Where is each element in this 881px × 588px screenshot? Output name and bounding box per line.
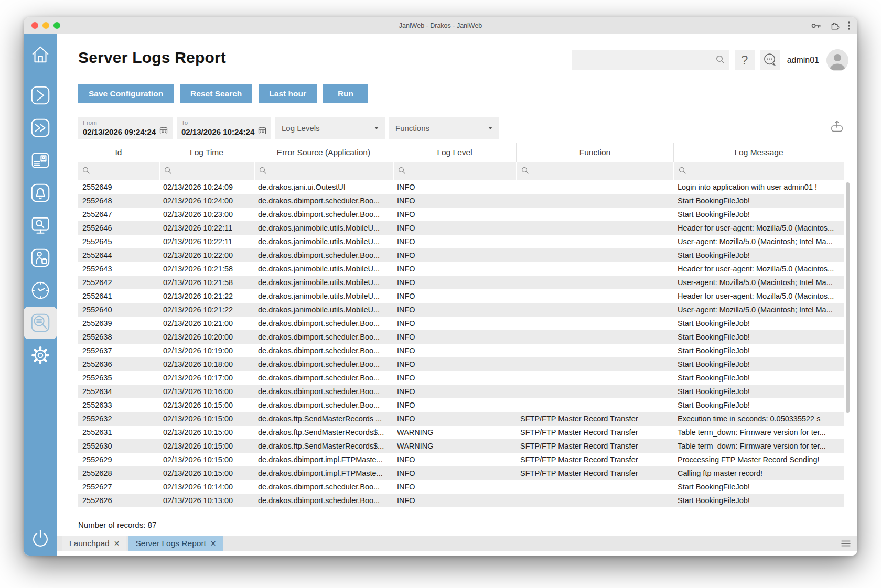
log-cell: 02/13/2026 10:16:00 (159, 385, 254, 398)
sidebar-item-home[interactable] (24, 38, 57, 71)
column-header-5[interactable]: Log Message (673, 143, 844, 162)
sidebar-item-settings[interactable] (24, 339, 57, 372)
tab-server-logs-report[interactable]: Server Logs Report ✕ (128, 536, 223, 551)
last-hour-button[interactable]: Last hour (259, 84, 317, 103)
column-header-0[interactable]: Id (78, 143, 159, 162)
column-filter-input-3[interactable] (393, 162, 516, 180)
log-row[interactable]: 255263802/13/2026 10:20:00de.drakos.dbim… (78, 330, 844, 344)
sidebar-item-notifications[interactable] (24, 177, 57, 209)
log-row[interactable]: 255264802/13/2026 10:24:00de.drakos.dbim… (78, 194, 844, 208)
log-cell: 02/13/2026 10:18:00 (159, 357, 254, 371)
log-cell: de.drakos.ftp.SendMasterRecords$... (254, 439, 393, 453)
sidebar-item-launch[interactable] (24, 79, 57, 112)
run-button[interactable]: Run (323, 84, 368, 103)
log-row[interactable]: 255262702/13/2026 10:14:00de.drakos.dbim… (78, 480, 844, 494)
sidebar-item-contacts[interactable] (24, 144, 57, 177)
sidebar-item-hr[interactable] (24, 242, 57, 274)
log-row[interactable]: 255264902/13/2026 10:24:09de.drakos.jani… (78, 180, 844, 194)
browser-menu-icon[interactable] (848, 21, 850, 30)
tab-close-icon[interactable]: ✕ (114, 539, 120, 548)
reset-search-button[interactable]: Reset Search (180, 84, 252, 103)
log-cell: INFO (393, 412, 516, 426)
log-row[interactable]: 255263702/13/2026 10:19:00de.drakos.dbim… (78, 344, 844, 357)
avatar[interactable] (826, 49, 848, 71)
log-row[interactable]: 255262602/13/2026 10:13:00de.drakos.dbim… (78, 494, 844, 507)
log-levels-select[interactable]: Log Levels (275, 117, 385, 139)
log-cell: Table term_down: Firmware version for te… (673, 426, 844, 439)
functions-select[interactable]: Functions (389, 117, 499, 139)
extensions-icon[interactable] (830, 21, 840, 30)
passkey-icon[interactable] (811, 22, 822, 29)
table-scrollbar-thumb[interactable] (846, 182, 850, 413)
calendar-icon[interactable] (258, 126, 266, 137)
sidebar-item-logout[interactable] (24, 522, 57, 554)
log-row[interactable]: 255263202/13/2026 10:15:00de.drakos.ftp.… (78, 412, 844, 426)
column-filter-input-2[interactable] (254, 162, 393, 180)
log-row[interactable]: 255263902/13/2026 10:21:00de.drakos.dbim… (78, 317, 844, 330)
sidebar-item-processes[interactable] (24, 112, 57, 144)
tab-close-icon[interactable]: ✕ (210, 539, 217, 548)
log-cell (516, 494, 673, 507)
column-filter-input-0[interactable] (78, 162, 159, 180)
from-datetime-field[interactable]: From 02/13/2026 09:24:24 (78, 117, 173, 139)
log-cell: INFO (393, 385, 516, 398)
feedback-button[interactable] (760, 50, 780, 70)
log-row[interactable]: 255263302/13/2026 10:15:00de.drakos.dbim… (78, 398, 844, 412)
log-row[interactable]: 255264502/13/2026 10:22:11de.drakos.jani… (78, 235, 844, 248)
to-datetime-field[interactable]: To 02/13/2026 10:24:24 (177, 117, 271, 139)
log-row[interactable]: 255264202/13/2026 10:21:58de.drakos.jani… (78, 276, 844, 289)
tab-launchpad[interactable]: Launchpad ✕ (62, 536, 126, 551)
log-cell: INFO (393, 194, 516, 208)
save-configuration-button[interactable]: Save Configuration (78, 84, 174, 103)
global-search-input[interactable] (572, 50, 716, 70)
log-row[interactable]: 255264402/13/2026 10:22:00de.drakos.dbim… (78, 248, 844, 262)
log-row[interactable]: 255263602/13/2026 10:18:00de.drakos.dbim… (78, 357, 844, 371)
column-filter-input-5[interactable] (673, 162, 844, 180)
sidebar-item-time[interactable] (24, 274, 57, 307)
tabbar: Launchpad ✕ Server Logs Report ✕ (57, 536, 857, 551)
log-row[interactable]: 255264702/13/2026 10:23:00de.drakos.dbim… (78, 208, 844, 221)
sidebar-item-monitor-search[interactable] (24, 209, 57, 242)
column-header-3[interactable]: Log Level (393, 143, 516, 162)
log-row[interactable]: 255263502/13/2026 10:17:00de.drakos.dbim… (78, 371, 844, 385)
help-button[interactable]: ? (735, 50, 755, 70)
page-title: Server Logs Report (78, 49, 226, 67)
log-row[interactable]: 255263002/13/2026 10:15:00de.drakos.ftp.… (78, 439, 844, 453)
to-label: To (181, 119, 266, 126)
minimize-window-icon[interactable] (42, 22, 49, 29)
tab-label: Launchpad (69, 539, 110, 548)
log-row[interactable]: 255264302/13/2026 10:21:58de.drakos.jani… (78, 262, 844, 276)
sidebar-item-server-logs[interactable] (24, 307, 57, 339)
export-button[interactable] (828, 118, 846, 136)
column-header-1[interactable]: Log Time (159, 143, 254, 162)
column-header-2[interactable]: Error Source (Application) (254, 143, 393, 162)
log-cell: de.drakos.dbimport.impl.FTPMaste... (254, 466, 393, 480)
log-cell: de.drakos.dbimport.scheduler.Boo... (254, 248, 393, 262)
log-row[interactable]: 255263102/13/2026 10:15:00de.drakos.ftp.… (78, 426, 844, 439)
log-cell: de.drakos.ftp.SendMasterRecords$... (254, 426, 393, 439)
log-cell: User-agent: Mozilla/5.0 (Macintosh; Inte… (673, 235, 844, 248)
log-row[interactable]: 255262902/13/2026 10:15:00de.drakos.dbim… (78, 453, 844, 466)
log-row[interactable]: 255264002/13/2026 10:21:22de.drakos.jani… (78, 303, 844, 317)
log-cell (516, 330, 673, 344)
log-row[interactable]: 255263402/13/2026 10:16:00de.drakos.dbim… (78, 385, 844, 398)
log-cell: Proccessing FTP Master Record Sending! (673, 453, 844, 466)
tab-list-menu-icon[interactable] (841, 540, 851, 547)
maximize-window-icon[interactable] (53, 22, 60, 29)
log-cell (516, 276, 673, 289)
log-row[interactable]: 255262802/13/2026 10:15:00de.drakos.dbim… (78, 466, 844, 480)
close-window-icon[interactable] (31, 22, 38, 29)
userbar: ? admin01 (572, 49, 848, 71)
to-value: 02/13/2026 10:24:24 (181, 127, 254, 136)
log-row[interactable]: 255264602/13/2026 10:22:11de.drakos.jani… (78, 221, 844, 235)
log-cell: Start BookingFileJob! (673, 480, 844, 494)
log-row[interactable]: 255264102/13/2026 10:21:22de.drakos.jani… (78, 289, 844, 303)
chevron-right-icon (29, 84, 51, 106)
column-header-4[interactable]: Function (516, 143, 673, 162)
column-filter-input-4[interactable] (516, 162, 673, 180)
calendar-icon[interactable] (159, 126, 168, 137)
column-filter-input-1[interactable] (159, 162, 254, 180)
log-cell: Header for user-agent: Mozilla/5.0 (Maci… (673, 221, 844, 235)
log-cell: 2552641 (78, 289, 159, 303)
export-icon (829, 118, 845, 136)
